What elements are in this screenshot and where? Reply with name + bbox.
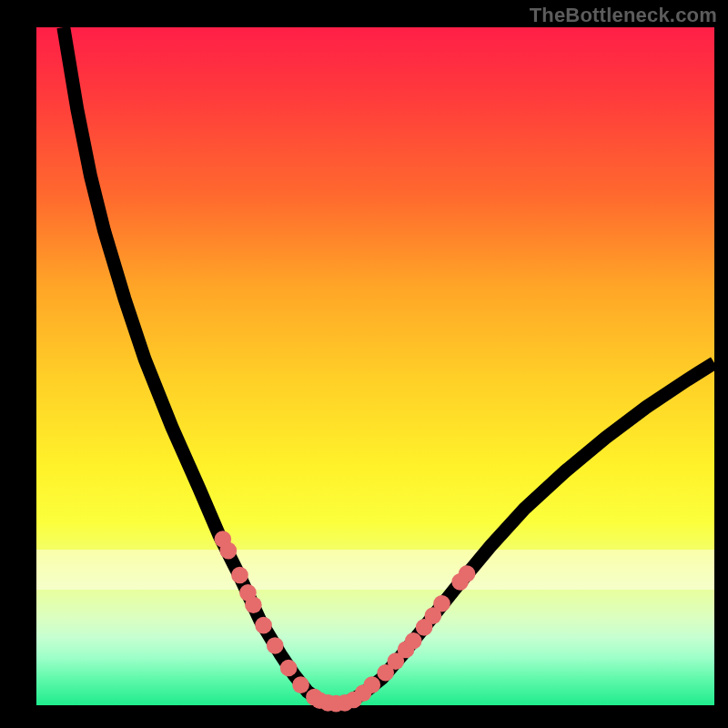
plot-area: [36, 27, 714, 705]
data-dot: [405, 632, 422, 650]
data-dot: [433, 595, 450, 612]
data-dot: [267, 637, 284, 654]
watermark-text: TheBottleneck.com: [530, 4, 717, 27]
chart-svg: [36, 27, 714, 705]
data-dot: [255, 617, 272, 634]
data-dot: [231, 567, 248, 584]
data-dot: [459, 565, 476, 582]
data-dot: [280, 660, 298, 677]
data-dot: [292, 676, 309, 693]
data-dot: [220, 542, 238, 560]
data-dot: [363, 676, 380, 693]
bottleneck-curve: [64, 27, 714, 704]
chart-frame: TheBottleneck.com: [0, 0, 728, 728]
data-dot: [245, 596, 262, 613]
